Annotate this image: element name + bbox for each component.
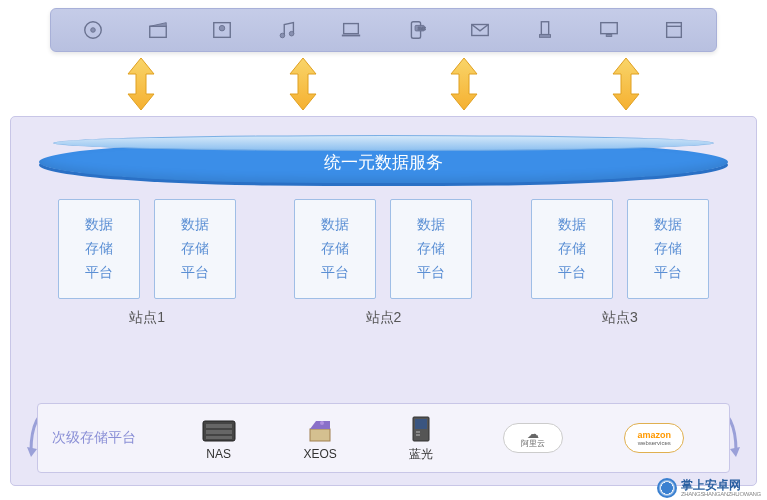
- site-1: 数据存储平台 数据存储平台 站点1: [39, 199, 255, 327]
- app-icons-bar: SMS: [50, 8, 717, 52]
- storage-item-bluray: 蓝光: [401, 414, 441, 463]
- svg-rect-25: [416, 431, 420, 433]
- service-bar-label: 统一元数据服务: [324, 151, 443, 174]
- aws-icon: amazon webservices: [624, 423, 684, 453]
- double-arrow-icon: [447, 56, 481, 112]
- storage-item-label: 阿里云: [521, 440, 545, 448]
- storage-item-nas: NAS: [199, 415, 239, 461]
- card-line: 平台: [85, 264, 113, 282]
- svg-point-4: [220, 25, 226, 31]
- card-line: 存储: [654, 240, 682, 258]
- storage-panel: 次级存储平台 NAS XEOS 蓝光 ☁ 阿里云: [37, 403, 730, 473]
- music-icon: [274, 17, 300, 43]
- watermark-main: 掌上安卓网: [681, 479, 761, 491]
- storage-item-label: NAS: [206, 447, 231, 461]
- storage-item-label: amazon: [637, 431, 671, 440]
- data-card: 数据存储平台: [390, 199, 472, 299]
- site-label: 站点2: [366, 309, 402, 327]
- svg-rect-7: [344, 24, 359, 34]
- card-line: 平台: [181, 264, 209, 282]
- service-bar: 统一元数据服务: [39, 141, 728, 183]
- data-card: 数据存储平台: [531, 199, 613, 299]
- storage-items: NAS XEOS 蓝光 ☁ 阿里云 amazon webservices: [168, 414, 715, 463]
- card-line: 平台: [321, 264, 349, 282]
- svg-rect-14: [601, 23, 618, 34]
- card-line: 平台: [417, 264, 445, 282]
- data-card: 数据存储平台: [154, 199, 236, 299]
- card-line: 平台: [558, 264, 586, 282]
- card-line: 数据: [558, 216, 586, 234]
- svg-point-5: [280, 33, 285, 38]
- storage-item-xeos: XEOS: [300, 415, 340, 461]
- svg-point-22: [320, 421, 324, 425]
- svg-rect-21: [310, 429, 330, 441]
- card-line: 平台: [654, 264, 682, 282]
- storage-item-aliyun: ☁ 阿里云: [503, 423, 563, 453]
- window-icon: [661, 17, 687, 43]
- card-line: 存储: [558, 240, 586, 258]
- nas-icon: [199, 415, 239, 445]
- card-line: 存储: [321, 240, 349, 258]
- card-line: 存储: [417, 240, 445, 258]
- data-card: 数据存储平台: [294, 199, 376, 299]
- svg-rect-12: [541, 22, 548, 35]
- site-label: 站点3: [602, 309, 638, 327]
- watermark-sub: ZHANGSHANGANZHUOWANG: [681, 491, 761, 497]
- site-label: 站点1: [129, 309, 165, 327]
- svg-rect-15: [607, 35, 613, 37]
- card-line: 数据: [417, 216, 445, 234]
- photo-icon: [209, 17, 235, 43]
- svg-rect-18: [206, 424, 232, 428]
- double-arrow-icon: [609, 56, 643, 112]
- double-arrow-icon: [286, 56, 320, 112]
- disc-icon: [80, 17, 106, 43]
- card-line: 数据: [181, 216, 209, 234]
- watermark: 掌上安卓网 ZHANGSHANGANZHUOWANG: [657, 478, 761, 498]
- svg-rect-13: [539, 35, 550, 38]
- card-line: 存储: [85, 240, 113, 258]
- svg-rect-2: [150, 26, 167, 37]
- site-2: 数据存储平台 数据存储平台 站点2: [275, 199, 491, 327]
- storage-title: 次级存储平台: [52, 429, 142, 447]
- svg-rect-19: [206, 430, 232, 434]
- card-line: 数据: [654, 216, 682, 234]
- desktop-icon: [596, 17, 622, 43]
- site-3: 数据存储平台 数据存储平台 站点3: [512, 199, 728, 327]
- svg-point-6: [289, 31, 294, 36]
- aliyun-icon: ☁ 阿里云: [503, 423, 563, 453]
- arrows-row: [60, 54, 707, 114]
- storage-item-label: 蓝光: [409, 446, 433, 463]
- card-line: 数据: [85, 216, 113, 234]
- bluray-icon: [401, 414, 441, 444]
- svg-rect-26: [416, 434, 420, 436]
- sms-icon: SMS: [403, 17, 429, 43]
- laptop-icon: [338, 17, 364, 43]
- storage-item-label: XEOS: [303, 447, 336, 461]
- phone-icon: [532, 17, 558, 43]
- card-line: 存储: [181, 240, 209, 258]
- main-panel: 统一元数据服务 数据存储平台 数据存储平台 站点1 数据存储平台 数据存储平台 …: [10, 116, 757, 486]
- svg-rect-16: [666, 23, 681, 38]
- svg-rect-20: [206, 436, 232, 439]
- card-line: 数据: [321, 216, 349, 234]
- xeos-icon: [300, 415, 340, 445]
- watermark-icon: [657, 478, 677, 498]
- storage-item-aws: amazon webservices: [624, 423, 684, 453]
- sites-row: 数据存储平台 数据存储平台 站点1 数据存储平台 数据存储平台 站点2 数据存储…: [39, 199, 728, 327]
- data-card: 数据存储平台: [58, 199, 140, 299]
- clapper-icon: [145, 17, 171, 43]
- storage-item-sublabel: webservices: [638, 440, 671, 446]
- mail-icon: [467, 17, 493, 43]
- svg-point-1: [91, 28, 96, 33]
- data-card: 数据存储平台: [627, 199, 709, 299]
- svg-rect-24: [415, 419, 427, 429]
- double-arrow-icon: [124, 56, 158, 112]
- svg-text:SMS: SMS: [418, 27, 426, 31]
